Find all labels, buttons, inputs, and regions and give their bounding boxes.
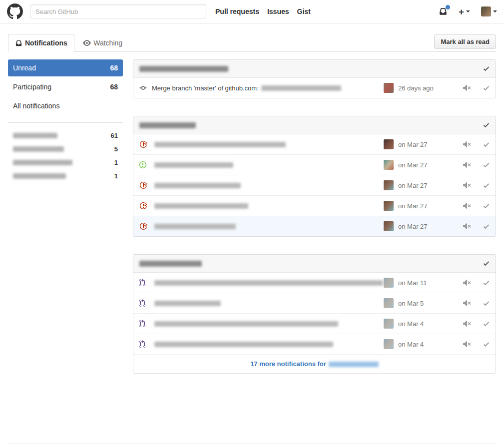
tab-watching[interactable]: Watching bbox=[76, 34, 129, 51]
group-repo-name-redacted[interactable] bbox=[139, 122, 196, 128]
notification-date: on Mar 27 bbox=[398, 182, 443, 189]
repo-name-redacted bbox=[13, 146, 64, 152]
notification-group: Merge branch 'master' of github.com: 26 … bbox=[133, 59, 496, 98]
group-repo-name-redacted[interactable] bbox=[139, 66, 228, 72]
inbox-icon bbox=[15, 39, 22, 47]
notification-title-redacted[interactable] bbox=[261, 85, 341, 91]
mark-read-icon[interactable] bbox=[483, 341, 490, 348]
mute-thread-icon[interactable] bbox=[463, 279, 471, 287]
mute-thread-icon[interactable] bbox=[463, 161, 471, 169]
filter-count: 68 bbox=[110, 64, 118, 72]
sidebar-filter-item[interactable]: Unread 68 bbox=[8, 59, 123, 76]
notification-date: on Mar 11 bbox=[398, 279, 443, 287]
notification-title-redacted[interactable] bbox=[154, 342, 333, 347]
top-nav-link[interactable]: Pull requests bbox=[215, 7, 259, 15]
notification-date: on Mar 27 bbox=[398, 202, 443, 210]
sidebar-divider bbox=[8, 122, 123, 123]
mute-thread-icon[interactable] bbox=[463, 84, 471, 92]
notification-title-redacted[interactable] bbox=[154, 203, 248, 209]
notification-date: on Mar 5 bbox=[398, 300, 443, 307]
mark-read-icon[interactable] bbox=[483, 182, 490, 189]
sidebar-repo-item[interactable]: 5 bbox=[8, 142, 123, 156]
mute-thread-icon[interactable] bbox=[463, 340, 471, 348]
mark-group-read-icon[interactable] bbox=[483, 260, 490, 267]
pull-request-icon bbox=[139, 299, 148, 307]
actor-avatar bbox=[384, 298, 394, 308]
notification-title-redacted[interactable] bbox=[154, 183, 241, 188]
group-repo-name-redacted[interactable] bbox=[139, 261, 202, 267]
actor-avatar bbox=[384, 278, 394, 288]
mark-read-icon[interactable] bbox=[483, 320, 490, 328]
pull-request-icon bbox=[139, 340, 148, 348]
mark-group-read-icon[interactable] bbox=[483, 121, 490, 129]
mute-thread-icon[interactable] bbox=[463, 202, 471, 210]
sidebar-filter-item[interactable]: All notifications bbox=[8, 97, 123, 114]
plus-icon: + bbox=[459, 7, 464, 16]
filter-label: Participating bbox=[13, 83, 51, 91]
user-menu-dropdown[interactable] bbox=[481, 6, 497, 16]
unread-indicator-dot bbox=[446, 5, 450, 9]
top-nav-link[interactable]: Gist bbox=[297, 7, 311, 15]
repo-name-redacted bbox=[13, 133, 57, 138]
group-header bbox=[133, 60, 496, 78]
mark-read-icon[interactable] bbox=[483, 141, 490, 148]
notification-title-redacted[interactable] bbox=[154, 162, 233, 168]
notification-row: on Mar 27 bbox=[133, 216, 496, 236]
issue-closed-icon bbox=[139, 181, 148, 189]
filter-label: All notifications bbox=[13, 102, 59, 110]
notifications-tabs: Notifications Watching Mark all as read bbox=[8, 34, 496, 52]
group-header bbox=[133, 116, 496, 134]
mark-read-icon[interactable] bbox=[483, 84, 490, 92]
notification-title-text[interactable]: Merge branch 'master' of github.com: bbox=[152, 84, 259, 92]
mark-group-read-icon[interactable] bbox=[483, 65, 490, 72]
notification-title-redacted[interactable] bbox=[154, 142, 286, 147]
notification-row: on Mar 27 bbox=[133, 154, 496, 175]
more-notifications-link[interactable]: 17 more notifications for bbox=[133, 354, 496, 373]
group-header bbox=[133, 255, 496, 273]
github-logo-icon[interactable] bbox=[7, 3, 23, 19]
actor-avatar bbox=[384, 319, 394, 329]
repo-count: 61 bbox=[111, 132, 118, 139]
repo-count: 5 bbox=[114, 145, 118, 153]
mute-thread-icon[interactable] bbox=[463, 181, 471, 189]
actor-avatar bbox=[384, 221, 394, 231]
sidebar-repo-item[interactable]: 1 bbox=[8, 156, 123, 169]
notification-title-redacted[interactable] bbox=[154, 321, 338, 327]
repo-count: 1 bbox=[114, 159, 118, 166]
mark-all-as-read-button[interactable]: Mark all as read bbox=[434, 34, 496, 49]
sidebar-repo-item[interactable]: 61 bbox=[8, 129, 123, 142]
mark-read-icon[interactable] bbox=[483, 202, 490, 210]
caret-down-icon bbox=[493, 10, 497, 12]
issue-closed-icon bbox=[139, 140, 148, 148]
notifications-inbox-icon[interactable] bbox=[439, 7, 448, 16]
pull-request-icon bbox=[139, 320, 148, 328]
notification-title-redacted[interactable] bbox=[154, 301, 221, 306]
notification-row: on Mar 4 bbox=[133, 334, 496, 354]
sidebar-filter-item[interactable]: Participating 68 bbox=[8, 78, 123, 95]
mark-read-icon[interactable] bbox=[483, 223, 490, 230]
mute-thread-icon[interactable] bbox=[463, 222, 471, 230]
mute-thread-icon[interactable] bbox=[463, 140, 471, 148]
notification-title-redacted[interactable] bbox=[154, 280, 383, 286]
pull-request-icon bbox=[139, 279, 148, 287]
filter-label: Unread bbox=[13, 64, 36, 72]
eye-icon bbox=[83, 39, 91, 47]
repo-count: 1 bbox=[114, 172, 118, 180]
notification-date: on Mar 27 bbox=[398, 141, 443, 148]
notification-title-redacted[interactable] bbox=[154, 224, 236, 229]
mark-read-icon[interactable] bbox=[483, 300, 490, 307]
search-input[interactable] bbox=[30, 4, 206, 18]
mark-read-icon[interactable] bbox=[483, 161, 490, 169]
mute-thread-icon[interactable] bbox=[463, 299, 471, 307]
caret-down-icon bbox=[466, 10, 470, 12]
top-nav-link[interactable]: Issues bbox=[267, 7, 289, 15]
notification-row: on Mar 4 bbox=[133, 313, 496, 334]
actor-avatar bbox=[384, 160, 394, 170]
top-nav: Pull requestsIssuesGist bbox=[215, 7, 319, 15]
tab-notifications[interactable]: Notifications bbox=[8, 34, 74, 52]
create-new-dropdown[interactable]: + bbox=[459, 7, 470, 16]
mark-read-icon[interactable] bbox=[483, 279, 490, 287]
mute-thread-icon[interactable] bbox=[463, 320, 471, 328]
notification-date: 26 days ago bbox=[398, 84, 443, 92]
sidebar-repo-item[interactable]: 1 bbox=[8, 169, 123, 183]
